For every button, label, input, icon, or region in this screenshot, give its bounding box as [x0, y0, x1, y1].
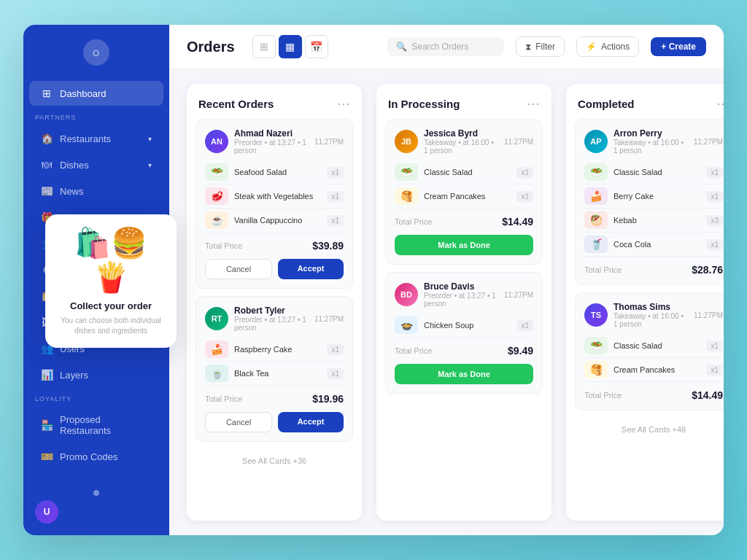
avatar: AP [584, 130, 608, 153]
dish-row: 🍲 Chicken Soup x1 [395, 314, 533, 338]
dish-qty: x1 [327, 215, 344, 226]
sidebar-item-news[interactable]: 📰 News [29, 179, 163, 203]
view-table-button[interactable]: ⊞ [252, 35, 276, 58]
sidebar-item-proposed-restaurants[interactable]: 🏪 Proposed Restaurants [29, 408, 163, 443]
sidebar-item-dashboard[interactable]: ⊞ Dashboard [29, 81, 163, 106]
total-price: $14.49 [692, 389, 723, 401]
dish-thumb: 🍰 [205, 341, 228, 358]
customer-name: Robert Tyler [234, 306, 309, 316]
logo-icon: ○ [83, 39, 109, 66]
dish-name: Coca Cola [614, 240, 700, 249]
column-body: AN Ahmad Nazeri Preorder • at 13:27 • 1 … [187, 119, 362, 521]
avatar-placeholder: RT [205, 307, 228, 330]
avatar-placeholder: BD [395, 283, 418, 306]
order-timestamp: 11:27PM [694, 311, 723, 319]
layers-icon: 📊 [41, 369, 53, 381]
popup-description: You can choose both individual dishes an… [57, 316, 165, 336]
mark-done-button[interactable]: Mark as Done [395, 364, 533, 384]
dish-qty: x1 [706, 239, 723, 250]
dish-name: Cream Pancakes [614, 365, 700, 374]
order-footer: Total Price $39.89 [205, 240, 344, 252]
accept-button[interactable]: Accept [278, 259, 344, 279]
cancel-button[interactable]: Cancel [205, 259, 272, 279]
dish-name: Kebab [614, 216, 700, 225]
news-icon: 📰 [41, 185, 53, 197]
column-body: JB Jessica Byrd Takeaway • at 16:00 • 1 … [376, 119, 551, 521]
dish-thumb: 🥗 [584, 163, 608, 181]
order-info: Bruce Davis Preorder • at 13:27 • 1 pers… [424, 281, 498, 308]
sidebar-section-partners: PARTNERS [23, 106, 169, 125]
customer-name: Bruce Davis [424, 281, 498, 292]
sidebar-item-label: Layers [60, 370, 88, 381]
order-info: Ahmad Nazeri Preorder • at 13:27 • 1 per… [234, 128, 309, 155]
dish-row: 🥞 Cream Pancakes x1 [584, 358, 723, 382]
popup-illustration: 🛍️🍔🍟 [57, 226, 165, 295]
dish-name: Classic Salad [614, 341, 700, 350]
search-box[interactable]: 🔍 Search Orders [387, 37, 504, 56]
total-label: Total Price [205, 241, 242, 250]
dish-name: Raspberry Cake [234, 345, 321, 354]
sidebar-item-layers[interactable]: 📊 Layers [29, 362, 163, 387]
sidebar-item-label: Dishes [60, 160, 89, 171]
column-recent-orders: Recent Orders ⋯ AN Ahmad Nazeri [187, 84, 362, 521]
dish-thumb: 🥞 [584, 361, 608, 378]
total-label: Total Price [584, 265, 622, 274]
column-menu-icon[interactable]: ⋯ [527, 96, 540, 112]
total-price: $39.89 [312, 240, 344, 252]
dish-row: ☕ Vanilla Cappuccino x1 [205, 209, 344, 233]
total-label: Total Price [205, 394, 242, 403]
total-price: $9.49 [508, 345, 533, 357]
order-footer: Total Price $19.96 [205, 393, 344, 405]
dish-thumb: 🥤 [584, 236, 608, 253]
sidebar-item-label: Promo Codes [60, 451, 117, 462]
sidebar-dot [93, 490, 99, 496]
popup-card: 🛍️🍔🍟 Collect your order You can choose b… [45, 214, 177, 348]
accept-button[interactable]: Accept [278, 412, 344, 432]
avatar-placeholder: JB [395, 130, 418, 153]
chevron-icon: ▾ [148, 161, 152, 169]
cancel-button[interactable]: Cancel [205, 412, 272, 432]
avatar: BD [395, 283, 418, 306]
dish-image: 🍰 [584, 187, 608, 205]
sidebar-item-promo-codes[interactable]: 🎫 Promo Codes [29, 444, 163, 469]
proposed-icon: 🏪 [41, 419, 53, 431]
create-button[interactable]: + Create [651, 37, 706, 56]
dish-row: 🍵 Black Tea x1 [205, 362, 344, 386]
dish-row: 🥗 Classic Salad x1 [395, 160, 533, 184]
dish-image: 🍰 [205, 341, 228, 358]
avatar-placeholder: TS [584, 303, 608, 327]
user-avatar[interactable]: U [35, 500, 58, 524]
order-card: BD Bruce Davis Preorder • at 13:27 • 1 p… [385, 272, 543, 394]
avatar-placeholder: AP [584, 130, 608, 153]
dish-thumb: 🥞 [395, 187, 418, 205]
customer-name: Ahmad Nazeri [234, 128, 309, 139]
dish-thumb: ☕ [205, 211, 228, 229]
dish-row: 🥩 Steak with Vegetables x1 [205, 184, 344, 209]
see-all-link[interactable]: See All Cards +36 [196, 449, 353, 472]
column-header: Recent Orders ⋯ [187, 84, 362, 119]
filter-button[interactable]: ⧗ Filter [516, 36, 565, 57]
order-sub: Takeaway • at 16:00 • 1 person [614, 139, 688, 155]
view-calendar-button[interactable]: 📅 [305, 35, 328, 58]
dish-qty: x1 [516, 320, 533, 331]
actions-button[interactable]: ⚡ Actions [576, 36, 639, 57]
filter-icon: ⧗ [525, 42, 531, 52]
dish-row: 🥗 Seafood Salad x1 [205, 160, 344, 184]
column-menu-icon[interactable]: ⋯ [716, 96, 724, 112]
view-kanban-button[interactable]: ▦ [279, 35, 302, 58]
card-actions: Cancel Accept [205, 259, 344, 279]
sidebar-item-dishes[interactable]: 🍽 Dishes ▾ [29, 152, 163, 177]
mark-done-button[interactable]: Mark as Done [395, 235, 533, 255]
order-footer: Total Price $28.76 [584, 264, 723, 276]
see-all-link[interactable]: See All Cards +48 [575, 418, 724, 441]
order-card: JB Jessica Byrd Takeaway • at 16:00 • 1 … [385, 119, 543, 265]
sidebar-item-label: Dashboard [60, 88, 107, 99]
order-timestamp: 11:27PM [504, 291, 533, 299]
sidebar-item-restaurants[interactable]: 🏠 Restaurants ▾ [29, 126, 163, 151]
column-menu-icon[interactable]: ⋯ [337, 96, 350, 112]
dish-image: 🥗 [205, 163, 228, 181]
column-title: Recent Orders [198, 98, 274, 110]
order-card: AN Ahmad Nazeri Preorder • at 13:27 • 1 … [196, 119, 353, 289]
dish-name: Classic Salad [424, 168, 511, 176]
sidebar-bottom: U [23, 474, 169, 535]
